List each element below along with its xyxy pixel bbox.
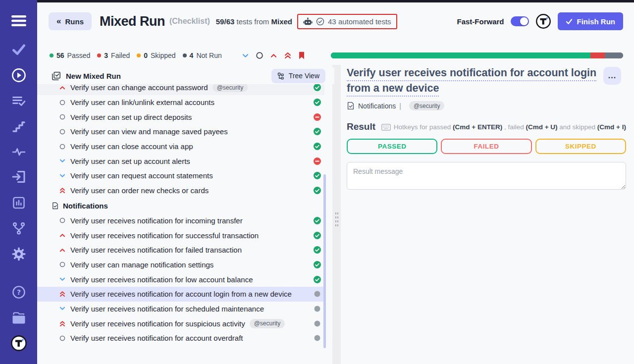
finish-run-button[interactable]: Finish Run xyxy=(558,12,624,30)
test-row[interactable]: Verify user can manage notification sett… xyxy=(37,258,324,272)
hotkeys-text: and skipped xyxy=(558,123,597,131)
app-root: ? « Runs Mixed Run (Checklist) 59/63 tes… xyxy=(0,0,634,364)
double-chevron-left-icon: « xyxy=(56,16,61,26)
hotkeys-hint: Hotkeys for passed (Cmd + ENTER) , faile… xyxy=(381,123,626,131)
circle-icon xyxy=(58,335,66,342)
hamburger-menu-icon[interactable] xyxy=(11,15,26,27)
failed-label: Failed xyxy=(111,52,130,59)
test-row[interactable]: Verify user receives notification for lo… xyxy=(37,272,324,287)
skipped-label: Skipped xyxy=(151,52,176,59)
panel-resizer[interactable] xyxy=(332,65,341,364)
status-not_run-icon xyxy=(314,320,321,327)
tag-badge: @security xyxy=(250,319,285,328)
test-row[interactable]: Verify user receives notification for sc… xyxy=(37,302,324,316)
test-row[interactable]: Verify user can request account statemen… xyxy=(37,168,324,183)
status-not_run-icon xyxy=(314,305,321,312)
activity-pulse-icon[interactable] xyxy=(12,146,26,157)
tag-badge: @security xyxy=(409,101,445,110)
test-row[interactable]: Verify user receives notification for ac… xyxy=(37,331,324,346)
test-title: Verify user receives notification for sc… xyxy=(70,305,264,313)
test-row[interactable]: Verify user receives notification for in… xyxy=(37,213,324,228)
status-passed-icon xyxy=(314,261,321,268)
fast-forward-toggle[interactable] xyxy=(511,16,529,26)
test-row[interactable]: Verify user can set up account alerts xyxy=(37,154,324,168)
test-row[interactable]: Verify user can order new checks or card… xyxy=(37,183,324,198)
settings-gear-icon[interactable] xyxy=(12,247,26,261)
test-list: Verify user can change account password@… xyxy=(37,84,324,349)
chevron-down-icon xyxy=(58,172,66,179)
chevron-down-icon xyxy=(58,157,66,164)
back-to-runs-label: Runs xyxy=(65,17,84,26)
testomat-logo[interactable] xyxy=(10,335,27,352)
check-circle-icon xyxy=(316,17,324,26)
sign-in-icon[interactable] xyxy=(12,170,26,184)
test-row[interactable]: Verify user can change account password@… xyxy=(37,84,324,95)
skipped-count: 0 xyxy=(144,52,148,59)
passed-label: Passed xyxy=(67,52,91,59)
back-to-runs-button[interactable]: « Runs xyxy=(49,12,92,30)
test-row[interactable]: Verify user can set up direct deposits xyxy=(37,109,324,124)
steps-icon[interactable] xyxy=(12,120,25,133)
test-list-panel: New Mixed Run Tree View Verify user can … xyxy=(37,67,334,364)
folder-icon[interactable] xyxy=(11,312,26,324)
check-icon[interactable] xyxy=(12,44,25,55)
list-header: New Mixed Run Tree View xyxy=(37,67,334,84)
chevron-up-icon[interactable] xyxy=(270,52,277,59)
failed-dot-icon xyxy=(97,53,101,57)
test-row[interactable]: Verify user receives notification for su… xyxy=(37,228,324,243)
list-check-icon[interactable] xyxy=(12,95,25,107)
failed-count: 3 xyxy=(104,52,108,59)
hotkey-passed: (Cmd + ENTER) xyxy=(453,123,502,131)
not-run-dot-icon xyxy=(183,53,187,57)
robot-icon xyxy=(303,17,313,26)
test-row[interactable]: Verify user can close account via app xyxy=(37,139,324,154)
svg-text:?: ? xyxy=(16,288,20,296)
finish-run-label: Finish Run xyxy=(577,17,616,26)
tests-source-label: Mixed xyxy=(271,17,293,26)
test-row[interactable]: Verify user can link/unlink external acc… xyxy=(37,95,324,110)
test-title: Verify user can set up account alerts xyxy=(70,157,190,165)
tree-view-button[interactable]: Tree View xyxy=(271,69,325,83)
test-title: Verify user receives notification for ac… xyxy=(70,290,292,298)
hotkeys-text: Hotkeys for passed xyxy=(394,123,453,131)
circle-icon[interactable] xyxy=(256,52,264,59)
section-header[interactable]: Notifications xyxy=(37,198,324,213)
checklist-icon xyxy=(52,71,61,81)
hotkey-skipped: (Cmd + I) xyxy=(597,123,626,131)
status-not_run-icon xyxy=(314,334,321,342)
circle-icon xyxy=(58,217,66,224)
test-row[interactable]: Verify user receives notification for su… xyxy=(37,316,324,331)
chevron-down-icon[interactable] xyxy=(242,52,249,59)
list-scrollbar[interactable] xyxy=(323,174,326,348)
play-circle-icon[interactable] xyxy=(11,68,26,83)
test-row[interactable]: Verify user can view and manage saved pa… xyxy=(37,124,324,139)
passed-count: 56 xyxy=(56,52,64,59)
file-check-icon xyxy=(52,202,59,210)
testomat-logo[interactable] xyxy=(535,13,551,29)
double-chevron-up-icon[interactable] xyxy=(284,52,292,59)
git-branch-icon[interactable] xyxy=(12,221,26,235)
chevron-up-icon xyxy=(58,84,66,91)
failed-button[interactable]: FAILED xyxy=(441,139,531,154)
circle-icon xyxy=(58,143,66,150)
bookmark-icon[interactable] xyxy=(298,52,305,59)
more-options-button[interactable]: ... xyxy=(603,67,621,85)
test-detail-panel: ... Verify user receives notification fo… xyxy=(347,65,626,192)
skipped-button[interactable]: SKIPPED xyxy=(535,139,626,154)
hotkey-failed: (Cmd + U) xyxy=(526,123,557,131)
test-row[interactable]: Verify user receives notification for fa… xyxy=(37,243,324,258)
help-circle-icon[interactable]: ? xyxy=(12,285,26,299)
result-row: Result Hotkeys for passed (Cmd + ENTER) … xyxy=(347,121,626,132)
result-buttons: PASSED FAILED SKIPPED xyxy=(347,139,626,154)
test-title: Verify user receives notification for in… xyxy=(70,216,243,225)
test-title: Verify user can request account statemen… xyxy=(70,171,213,180)
test-row[interactable]: Verify user receives notification for ac… xyxy=(37,287,324,302)
passed-button[interactable]: PASSED xyxy=(347,139,437,154)
stat-not-run: 4Not Run xyxy=(183,52,222,59)
breadcrumb[interactable]: Notifications xyxy=(358,102,396,110)
priority-filter-icons xyxy=(242,52,305,59)
status-not_run-icon xyxy=(314,290,321,298)
result-message-input[interactable] xyxy=(347,162,626,190)
double-chevron-up-icon xyxy=(58,320,66,327)
bar-chart-icon[interactable] xyxy=(12,196,25,209)
